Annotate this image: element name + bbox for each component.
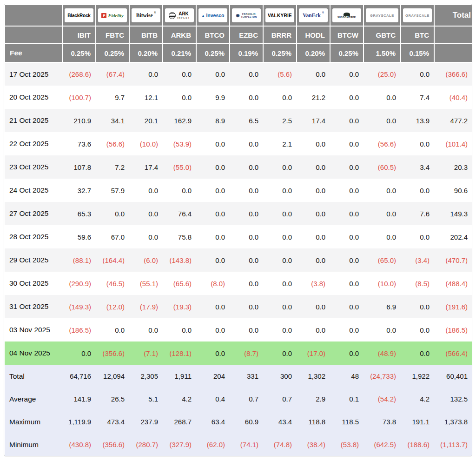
value-cell-ezbc: 0.0 [230, 202, 263, 225]
summary-value-bitb: 237.9 [129, 410, 163, 433]
value-cell-hodl: 0.0 [297, 248, 330, 272]
row-total-cell: 90.6 [434, 179, 472, 202]
value-cell-btc: 7.4 [401, 86, 434, 109]
value-cell-gbtc: 0.0 [364, 318, 401, 341]
value-cell-hodl: 0.0 [297, 318, 330, 341]
value-cell-arkb: (55.0) [163, 155, 196, 179]
summary-total-cell: (1,113.7) [434, 433, 472, 456]
value-cell-fbtc: (46.5) [96, 272, 129, 295]
value-cell-ibit: (100.7) [62, 86, 96, 109]
value-cell-btcw: 0.0 [330, 202, 364, 225]
value-cell-brrr: 2.5 [263, 109, 297, 132]
value-cell-btc: (8.5) [401, 272, 434, 295]
issuer-header-franklin-templeton-5: ◉FRANKLINTEMPLETON [230, 5, 263, 26]
value-cell-ezbc: 0.0 [230, 318, 263, 341]
invesco: Invesco [206, 13, 224, 18]
flow-row-20-oct-2025: 20 Oct 2025(100.7)9.712.10.09.90.00.021.… [5, 86, 472, 109]
value-cell-btco: 9.9 [196, 86, 230, 109]
ticker-btc: BTC [401, 26, 434, 44]
value-cell-ibit: (290.9) [62, 272, 96, 295]
value-cell-ibit: (186.5) [62, 318, 96, 341]
value-cell-arkb: 0.0 [163, 86, 196, 109]
value-cell-gbtc: (65.0) [364, 248, 401, 272]
ticker-btco: BTCO [196, 26, 230, 44]
fee-row-total-spacer [434, 44, 472, 62]
value-cell-brrr: 0.0 [263, 155, 297, 179]
value-cell-arkb: 0.0 [163, 179, 196, 202]
value-cell-hodl: (3.8) [297, 272, 330, 295]
ticker-brrr: BRRR [263, 26, 297, 44]
value-cell-btco: 0.0 [196, 318, 230, 341]
row-total-cell: (40.4) [434, 86, 472, 109]
value-cell-btcw: 0.0 [330, 132, 364, 155]
fidelity-logo: FFidelity [98, 8, 127, 22]
value-cell-hodl: 0.0 [297, 202, 330, 225]
summary-total-cell: 1,373.8 [434, 410, 472, 433]
wisdomtree-logo: WISDOMTREE [332, 8, 361, 22]
issuer-header-grayscale-10: GRAYSCALE [401, 5, 434, 26]
value-cell-hodl: 0.0 [297, 295, 330, 318]
flow-row-24-oct-2025: 24 Oct 202532.757.90.00.00.00.00.00.00.0… [5, 179, 472, 202]
summary-value-hodl: 118.8 [297, 410, 330, 433]
value-cell-gbtc: (56.6) [364, 132, 401, 155]
value-cell-ezbc: 0.0 [230, 225, 263, 248]
value-cell-btcw: 0.0 [330, 295, 364, 318]
fee-btco: 0.25% [196, 44, 230, 62]
issuer-header-invesco-4: ▲Invesco [196, 5, 230, 26]
value-cell-hodl: 0.0 [297, 225, 330, 248]
value-cell-ibit: 32.7 [62, 179, 96, 202]
ticker-btcw: BTCW [330, 26, 364, 44]
summary-value-ibit: 64,716 [62, 365, 96, 388]
ark-icon [169, 12, 176, 19]
value-cell-bitb: (17.9) [129, 295, 163, 318]
summary-value-brrr: 300 [263, 365, 297, 388]
ticker-row-total-spacer [434, 26, 472, 44]
value-cell-fbtc: (56.6) [96, 132, 129, 155]
fee-arkb: 0.21% [163, 44, 196, 62]
fee-fbtc: 0.25% [96, 44, 129, 62]
valkyrie: VALKYRIE [268, 13, 292, 18]
value-cell-btcw: 0.0 [330, 318, 364, 341]
value-cell-bitb: 20.1 [129, 109, 163, 132]
value-cell-arkb: 76.4 [163, 202, 196, 225]
value-cell-ezbc: 0.0 [230, 155, 263, 179]
summary-value-btc: 1,922 [401, 365, 434, 388]
date-cell: 27 Oct 2025 [5, 202, 62, 225]
date-cell: 03 Nov 2025 [5, 318, 62, 341]
summary-value-hodl: 2.9 [297, 388, 330, 410]
value-cell-btc: 0.0 [401, 318, 434, 341]
row-total-cell: 202.4 [434, 225, 472, 248]
blackrock-logo: BlackRock [65, 8, 93, 22]
value-cell-ezbc: 0.0 [230, 295, 263, 318]
bitwise: Bitwise [136, 13, 153, 18]
ark-invest-logo: ARKINVEST [165, 8, 194, 22]
value-cell-gbtc: 0.0 [364, 202, 401, 225]
value-cell-btc: 0.0 [401, 132, 434, 155]
ticker-row-corner [5, 26, 62, 44]
summary-value-btc: (188.6) [401, 433, 434, 456]
date-cell: 24 Oct 2025 [5, 179, 62, 202]
fidelity: Fidelity [108, 13, 123, 18]
value-cell-hodl: 0.0 [297, 155, 330, 179]
value-cell-ibit: (88.1) [62, 248, 96, 272]
value-cell-btc: 0.0 [401, 225, 434, 248]
table-container: BlackRockFFidelityBitwise®ARKINVEST▲Inve… [4, 4, 472, 456]
summary-value-btco: 204 [196, 365, 230, 388]
flow-row-21-oct-2025: 21 Oct 2025210.934.120.1162.98.96.52.517… [5, 109, 472, 132]
ticker-arkb: ARKB [163, 26, 196, 44]
value-cell-bitb: 0.0 [129, 62, 163, 86]
value-cell-bitb: (10.0) [129, 132, 163, 155]
value-cell-gbtc: (48.9) [364, 341, 401, 365]
value-cell-arkb: (143.8) [163, 248, 196, 272]
value-cell-btco: 0.0 [196, 341, 230, 365]
summary-value-btco: 63.4 [196, 410, 230, 433]
value-cell-arkb: 0.0 [163, 318, 196, 341]
value-cell-gbtc: (25.0) [364, 62, 401, 86]
date-cell: 31 Oct 2025 [5, 295, 62, 318]
value-cell-btcw: 0.0 [330, 86, 364, 109]
vaneck-mark: ® [322, 11, 324, 14]
summary-value-btcw: (53.8) [330, 433, 364, 456]
value-cell-ibit: 73.6 [62, 132, 96, 155]
fee-brrr: 0.25% [263, 44, 297, 62]
summary-total-cell: 132.5 [434, 388, 472, 410]
